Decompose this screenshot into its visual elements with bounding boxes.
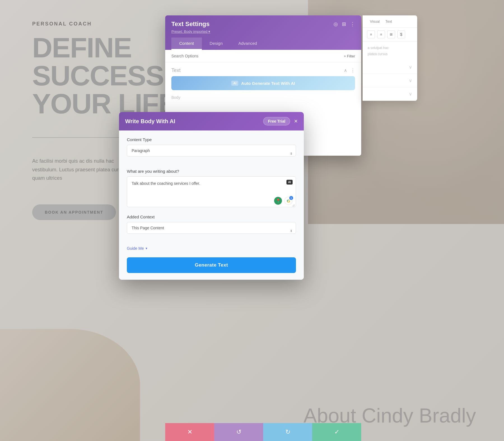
personal-coach-label: PERSONAL COACH <box>32 21 92 27</box>
accordion-item-2[interactable]: ∨ <box>363 74 417 87</box>
guide-me-label: Guide Me <box>127 246 144 251</box>
target-icon[interactable]: ◎ <box>333 21 338 27</box>
guide-chevron-icon: ▾ <box>146 246 147 250</box>
textarea-ai-badge: AI <box>286 180 293 185</box>
bottom-toolbar: ✕ ↺ ↻ ✓ <box>165 423 361 441</box>
side-text2: platea cursus <box>368 52 412 57</box>
text-section-controls: ∧ ⋮ <box>344 68 355 73</box>
filter-button[interactable]: + Filter <box>344 54 355 58</box>
dialog-title: Write Body With AI <box>125 118 175 125</box>
accordion-chevron-3: ∨ <box>409 91 412 97</box>
textarea-wrapper: Talk about the coaching services I offer… <box>127 176 296 208</box>
panel-header-top: Text Settings ◎ ⊞ ⋮ <box>171 20 355 28</box>
pin-icon[interactable]: 📍 <box>274 197 282 205</box>
google-icon[interactable]: G 1 <box>284 197 293 205</box>
align-left-btn[interactable]: ≡ <box>367 31 375 38</box>
chevron-up-icon[interactable]: ∧ <box>344 68 347 73</box>
writing-about-textarea[interactable]: Talk about the coaching services I offer… <box>127 176 296 207</box>
confirm-button[interactable]: ✓ <box>312 423 361 441</box>
redo-button[interactable]: ↻ <box>263 423 312 441</box>
tab-design[interactable]: Design <box>202 38 231 50</box>
tab-advanced[interactable]: Advanced <box>230 38 265 50</box>
added-context-select[interactable]: This Page Content Custom None <box>127 222 296 234</box>
content-type-select[interactable]: Paragraph List Heading Custom <box>127 145 296 157</box>
free-trial-badge: Free Trial <box>263 117 290 125</box>
writing-about-label: What are you writing about? <box>127 169 296 174</box>
tab-visual[interactable]: Visual <box>367 18 382 25</box>
accordion-item-3[interactable]: ∨ <box>363 87 417 101</box>
write-ai-dialog: Write Body With AI Free Trial × Content … <box>119 112 304 280</box>
accordion-chevron-1: ∨ <box>409 64 412 70</box>
tab-text[interactable]: Text <box>382 18 395 25</box>
textarea-bottom-icons: 📍 G 1 <box>274 197 293 205</box>
bg-bottom-left <box>0 329 140 441</box>
generate-text-button[interactable]: Generate Text <box>127 257 296 273</box>
right-panel-area: Visual Text ≡ ≡ ⊞ $ a solutpat hac plate… <box>363 15 417 101</box>
dialog-body: Content Type Paragraph List Heading Cust… <box>119 130 304 280</box>
dialog-header: Write Body With AI Free Trial × <box>119 112 304 130</box>
guide-me-link[interactable]: Guide Me ▾ <box>127 246 296 251</box>
book-appointment-button[interactable]: BOOK AN APPOINTMENT <box>32 204 116 220</box>
right-panel-text-area: a solutpat hac platea cursus <box>363 41 417 60</box>
panel-preset: Preset: Body imported ▾ <box>171 29 355 34</box>
text-section-label: Text <box>171 67 181 73</box>
panel-header: Text Settings ◎ ⊞ ⋮ Preset: Body importe… <box>165 15 361 50</box>
panel-tabs: Content Design Advanced <box>171 38 355 50</box>
preset-label[interactable]: Preset: Body imported ▾ <box>171 29 210 34</box>
panel-title: Text Settings <box>171 20 210 28</box>
tab-content[interactable]: Content <box>171 38 202 50</box>
google-badge: 1 <box>289 196 293 200</box>
dollar-btn[interactable]: $ <box>397 31 405 38</box>
undo-button[interactable]: ↺ <box>214 423 263 441</box>
text-section-more-icon[interactable]: ⋮ <box>351 68 355 73</box>
ai-generate-button[interactable]: AI Auto Generate Text With AI <box>171 76 355 90</box>
content-type-label: Content Type <box>127 137 296 142</box>
textarea-resize-handle[interactable]: ⊿ <box>292 203 295 207</box>
added-context-wrapper: This Page Content Custom None <box>127 222 296 240</box>
align-center-btn[interactable]: ≡ <box>377 31 385 38</box>
ai-generate-label: Auto Generate Text With AI <box>241 81 295 86</box>
dialog-header-right: Free Trial × <box>263 117 298 125</box>
cancel-button[interactable]: ✕ <box>165 423 214 441</box>
ai-badge: AI <box>231 81 238 86</box>
grid-icon[interactable]: ⊞ <box>342 21 346 27</box>
search-input[interactable] <box>171 54 344 58</box>
more-options-icon[interactable]: ⋮ <box>350 21 355 27</box>
search-row: + Filter <box>165 50 361 62</box>
accordion-item-1[interactable]: ∨ <box>363 60 417 74</box>
panel-header-icons: ◎ ⊞ ⋮ <box>333 21 355 27</box>
added-context-label: Added Context <box>127 214 296 219</box>
content-type-wrapper: Paragraph List Heading Custom <box>127 145 296 163</box>
side-text1: a solutpat hac <box>368 45 412 50</box>
table-btn[interactable]: ⊞ <box>387 31 395 38</box>
text-section-header: Text ∧ ⋮ <box>165 62 361 76</box>
accordion-chevron-2: ∨ <box>409 78 412 83</box>
dialog-close-button[interactable]: × <box>294 118 298 124</box>
